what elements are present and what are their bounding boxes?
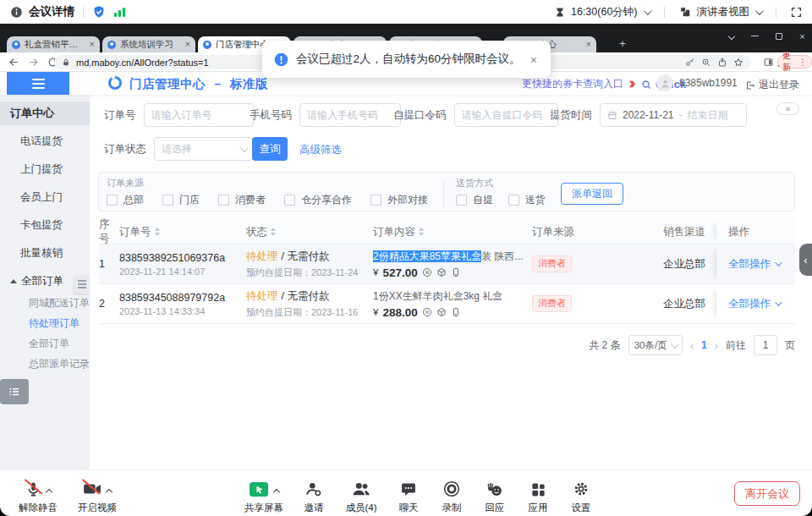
- sidebar-item-pending-orders[interactable]: 待处理订单: [0, 313, 90, 333]
- chat-button[interactable]: 聊天: [391, 477, 426, 514]
- checkbox-consumer[interactable]: 消费者: [218, 193, 266, 207]
- video-options-chevron-icon[interactable]: [106, 489, 112, 496]
- all-actions-dropdown[interactable]: 全部操作: [716, 257, 780, 272]
- col-content[interactable]: 订单内容: [373, 225, 532, 239]
- share-icon[interactable]: [717, 58, 727, 68]
- advanced-filter-link[interactable]: 高级筛选: [299, 143, 342, 157]
- window-minimize-icon[interactable]: [750, 31, 760, 41]
- checkbox-icon[interactable]: [456, 195, 467, 206]
- receipt-icon[interactable]: [422, 267, 432, 277]
- pickup-code-input[interactable]: [454, 103, 558, 127]
- invite-button[interactable]: 邀请: [296, 477, 332, 514]
- menu-hamburger-button[interactable]: [7, 72, 69, 95]
- col-status[interactable]: 状态: [246, 225, 373, 239]
- sidebar-item-phone-pickup[interactable]: 电话提货: [0, 129, 90, 153]
- checkbox-hq[interactable]: 总部: [107, 193, 144, 207]
- checkbox-icon[interactable]: [284, 195, 295, 206]
- checkbox-icon[interactable]: [107, 195, 118, 206]
- unmute-button[interactable]: 解除静音: [14, 477, 63, 514]
- bookmark-star-icon[interactable]: [733, 58, 743, 68]
- avatar[interactable]: [656, 74, 673, 91]
- start-date-value[interactable]: 2022-11-21: [623, 109, 674, 121]
- order-status-select[interactable]: 请选择: [154, 137, 254, 161]
- fullscreen-icon[interactable]: [791, 7, 802, 18]
- sidebar-item-all-orders[interactable]: 全部订单: [0, 333, 90, 354]
- security-shield-icon[interactable]: [92, 5, 106, 19]
- side-panel-icon[interactable]: [763, 57, 774, 68]
- window-close-icon[interactable]: ×: [798, 31, 807, 41]
- tab-close-icon[interactable]: ×: [90, 40, 95, 49]
- order-no-input[interactable]: [144, 103, 254, 127]
- share-options-chevron-icon[interactable]: [273, 489, 280, 496]
- network-signal-icon[interactable]: [114, 7, 125, 17]
- browser-tab-1[interactable]: 礼盒营销平台管理中心 ×: [7, 36, 100, 52]
- phone-icon[interactable]: [451, 267, 461, 277]
- checkbox-icon[interactable]: [508, 195, 519, 206]
- current-page[interactable]: 1: [701, 339, 707, 351]
- record-button[interactable]: 录制: [434, 477, 469, 514]
- browser-tab-2[interactable]: 系统培训学习 ×: [102, 36, 195, 52]
- share-screen-button[interactable]: 共享屏幕: [239, 477, 288, 514]
- zoom-icon[interactable]: [701, 58, 711, 68]
- sidebar-item-member-visit[interactable]: 会员上门: [0, 185, 90, 209]
- microphone-muted-icon[interactable]: [25, 477, 52, 501]
- package-icon[interactable]: [436, 267, 447, 277]
- meeting-timer[interactable]: 16:30(60分钟): [571, 5, 638, 19]
- goto-page-input[interactable]: [754, 335, 777, 355]
- meeting-info-icon[interactable]: [10, 6, 23, 19]
- tab-close-icon[interactable]: ×: [185, 40, 190, 49]
- sidebar-section-order-center[interactable]: 订单中心: [0, 102, 90, 125]
- dispatch-return-button[interactable]: 派单退回: [561, 183, 623, 205]
- toast-close-icon[interactable]: ×: [530, 52, 538, 67]
- checkbox-icon[interactable]: [370, 195, 381, 206]
- view-mode-selector[interactable]: 演讲者视图: [697, 5, 750, 19]
- username[interactable]: 8385wb1991: [679, 77, 738, 89]
- timer-dropdown-icon[interactable]: [643, 7, 651, 15]
- start-video-button[interactable]: 开启视频: [73, 477, 122, 514]
- sidebar-item-city-delivery-orders[interactable]: 同城配送订单: [0, 293, 90, 313]
- meeting-detail-label[interactable]: 会议详情: [29, 4, 74, 19]
- leave-meeting-button[interactable]: 离开会议: [734, 481, 800, 506]
- back-icon[interactable]: [8, 57, 19, 68]
- chrome-update-button[interactable]: 更新 ⋮: [777, 55, 812, 69]
- search-button[interactable]: 查询: [252, 137, 288, 161]
- sort-icon[interactable]: [155, 228, 160, 236]
- reactions-button[interactable]: 回应: [477, 477, 513, 514]
- sidebar-item-hq-dispatch-records[interactable]: 总部派单记录: [0, 354, 90, 374]
- share-screen-icon[interactable]: [249, 477, 279, 501]
- apps-button[interactable]: 应用: [520, 477, 556, 514]
- camera-off-icon[interactable]: [83, 477, 112, 501]
- mic-options-chevron-icon[interactable]: [45, 489, 52, 496]
- tab-close-icon[interactable]: ×: [586, 40, 591, 49]
- view-dropdown-icon[interactable]: [755, 7, 764, 15]
- forward-icon[interactable]: [28, 57, 39, 68]
- checkbox-icon[interactable]: [162, 195, 173, 206]
- checkbox-delivery[interactable]: 送货: [508, 193, 546, 207]
- col-order-no[interactable]: 订单号: [119, 225, 246, 239]
- receipt-icon[interactable]: [422, 307, 432, 317]
- logout-button[interactable]: 退出登录: [745, 78, 799, 92]
- sort-icon[interactable]: [419, 228, 424, 236]
- checkbox-self-pickup[interactable]: 自提: [456, 193, 493, 207]
- floating-list-button[interactable]: [0, 379, 29, 404]
- meeting-panel-collapse-handle[interactable]: ‹: [799, 244, 812, 276]
- sidebar-drag-handle[interactable]: [74, 275, 90, 294]
- phone-input[interactable]: [299, 103, 401, 127]
- sidebar-item-card-pickup[interactable]: 卡包提货: [0, 213, 90, 237]
- window-maximize-icon[interactable]: [774, 31, 783, 41]
- checkbox-external[interactable]: 外部对接: [370, 193, 428, 207]
- checkbox-icon[interactable]: [218, 195, 229, 206]
- date-range-picker[interactable]: 2022-11-21 - 结束日期: [600, 103, 747, 127]
- quick-entry-text[interactable]: 更快捷的券卡查询入口: [522, 77, 623, 91]
- members-button[interactable]: 成员(4): [339, 477, 383, 514]
- new-tab-button[interactable]: +: [617, 37, 628, 50]
- checkbox-warehouse-share[interactable]: 仓分享合作: [284, 193, 352, 207]
- window-menu-chevron-icon[interactable]: [727, 31, 736, 41]
- package-icon[interactable]: [436, 307, 447, 317]
- settings-button[interactable]: 设置: [563, 477, 599, 514]
- all-actions-dropdown[interactable]: 全部操作: [716, 297, 780, 311]
- per-page-select[interactable]: 30条/页: [628, 335, 683, 355]
- phone-icon[interactable]: [451, 307, 461, 317]
- next-page-button[interactable]: ›: [715, 339, 718, 352]
- table-row[interactable]: 1 83859389251069376a 2023-11-21 14:14:07…: [99, 244, 795, 284]
